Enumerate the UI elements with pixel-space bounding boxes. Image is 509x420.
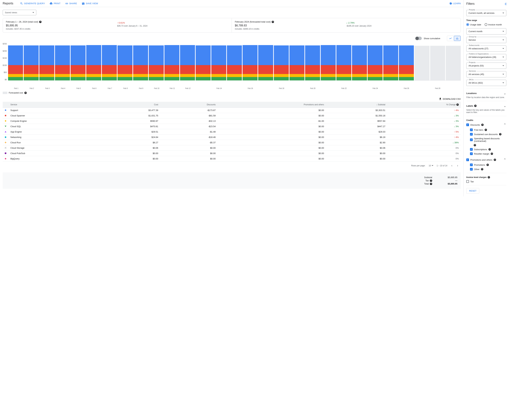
help-icon[interactable]: ? [24, 92, 27, 94]
chart-bar[interactable] [352, 43, 367, 80]
chart-bar[interactable] [383, 43, 398, 80]
discounts-group-toggle[interactable]: Discounts ? ⌃ [466, 123, 506, 127]
invoice-month-radio[interactable]: Invoice month [485, 23, 502, 26]
chart-bar[interactable] [196, 43, 211, 80]
saved-views-select[interactable]: Saved views [3, 10, 36, 15]
chart-bar[interactable] [243, 43, 258, 80]
help-icon[interactable]: ? [488, 148, 491, 150]
next-page-button[interactable]: › [456, 163, 459, 168]
table-header[interactable]: ↓ Subtotal [326, 102, 387, 108]
collapse-filters-button[interactable]: ›| [505, 2, 506, 5]
chart-bar[interactable] [102, 43, 117, 80]
chart-bar[interactable] [71, 43, 86, 80]
promotions-checkbox[interactable] [470, 164, 473, 166]
chart-bar[interactable] [446, 43, 461, 80]
chart-bar[interactable] [258, 43, 273, 80]
help-icon[interactable]: ? [494, 159, 496, 161]
download-csv-button[interactable]: DOWNLOAD CSV [439, 98, 461, 100]
table-row[interactable]: Networking$24.64-$18.46$0.00$6.18↑ 4% [3, 135, 461, 140]
subscriptions-checkbox[interactable] [470, 148, 473, 151]
chart-bar[interactable] [336, 43, 351, 80]
rows-per-page-select[interactable]: 10 [429, 165, 433, 167]
help-icon[interactable]: ? [491, 153, 493, 155]
help-icon[interactable]: ? [485, 129, 487, 131]
services-select[interactable]: Services All services (45) [466, 71, 506, 77]
chart-bar[interactable] [118, 43, 133, 80]
table-row[interactable]: Cloud SQL$470.81-$23.54$0.00$447.27↓ 3% [3, 124, 461, 129]
share-button[interactable]: SHARE [65, 2, 77, 5]
prev-page-button[interactable]: ‹ [451, 163, 453, 168]
line-chart-button[interactable] [447, 36, 454, 41]
help-icon[interactable]: ? [474, 144, 476, 146]
chart-bar[interactable] [211, 43, 226, 80]
table-row[interactable]: Cloud Pub/Sub$0.00$0.00$0.00$0.000% [3, 151, 461, 156]
table-row[interactable]: Cloud Spanner$1,631.75-$81.59$0.00$1,550… [3, 113, 461, 118]
sustained-checkbox[interactable] [470, 133, 473, 135]
chart-bar[interactable] [227, 43, 242, 80]
table-header[interactable]: Cost [99, 102, 160, 108]
chart-bar[interactable] [289, 43, 304, 80]
generate-query-button[interactable]: GENERATE QUERY [20, 2, 45, 5]
presets-select[interactable]: Presets Current month, all services [466, 10, 506, 16]
chart-bar[interactable] [39, 43, 54, 80]
help-icon[interactable]: ? [474, 105, 477, 107]
help-icon[interactable]: ? [272, 21, 274, 23]
usage-date-radio[interactable]: Usage date [466, 23, 481, 26]
table-row[interactable]: Cloud Storage$0.06$0.00$0.00$0.060% [3, 145, 461, 151]
time-range-select[interactable]: Current month [466, 28, 506, 35]
free-tiers-checkbox[interactable] [470, 128, 473, 131]
labels-section-toggle[interactable]: Labels ? ⌄ [466, 104, 506, 108]
table-header[interactable]: Promotions and others [218, 102, 326, 108]
table-row[interactable]: Cloud Run$8.27-$5.37$0.00$2.90↓ 38% [3, 140, 461, 145]
skus-select[interactable]: SKUs All SKUs (402) [466, 80, 506, 86]
chart-bar[interactable] [321, 43, 336, 80]
help-icon[interactable]: ? [499, 133, 502, 135]
chart-bar[interactable] [133, 43, 148, 80]
table-header[interactable]: % Change ? [387, 102, 461, 108]
help-icon[interactable]: ? [430, 180, 432, 182]
chart-bar[interactable] [305, 43, 320, 80]
table-row[interactable]: Compute Engine$590.97-$32.13-$1.00$557.8… [3, 118, 461, 124]
table-header[interactable] [3, 102, 8, 108]
table-header[interactable]: Discounts [160, 102, 218, 108]
chart-bar[interactable] [149, 43, 164, 80]
chart-bar[interactable] [8, 43, 23, 80]
cumulative-toggle[interactable] [416, 37, 422, 40]
help-icon[interactable]: ? [487, 164, 489, 166]
help-icon[interactable]: ? [430, 183, 432, 185]
locations-section-toggle[interactable]: Locations ⌄ [466, 91, 506, 95]
folders-select[interactable]: Folders & Organizations All folders/orga… [466, 54, 506, 60]
chart-bar[interactable] [55, 43, 70, 80]
reset-button[interactable]: RESET [466, 188, 479, 194]
promos-group-toggle[interactable]: Promotions and others ? ⌃ [466, 158, 506, 162]
spending-checkbox[interactable] [470, 138, 473, 141]
learn-button[interactable]: LEARN [449, 2, 461, 5]
table-row[interactable]: Support$3,477.39-$173.87$0.00$3,303.51↑ … [3, 108, 461, 113]
chart-bar[interactable] [399, 43, 414, 80]
other-checkbox[interactable] [470, 168, 473, 171]
chart-bar[interactable] [368, 43, 383, 80]
help-icon[interactable]: ? [488, 176, 490, 179]
table-header[interactable]: Service [8, 102, 99, 108]
chart-bar[interactable] [430, 43, 445, 80]
help-icon[interactable]: ? [481, 124, 484, 126]
chart-bar[interactable] [164, 43, 179, 80]
table-row[interactable]: BigQuery$0.00$0.00$0.00$0.000% [3, 156, 461, 161]
save-view-button[interactable]: SAVE VIEW [82, 2, 98, 5]
discounts-checkbox[interactable] [466, 123, 469, 126]
subaccounts-select[interactable]: Subaccounts All subaccounts (27) [466, 45, 506, 52]
chart-bar[interactable] [24, 43, 39, 80]
tax-checkbox[interactable] [466, 180, 469, 183]
help-icon[interactable]: ? [481, 168, 483, 170]
chart-bar[interactable] [86, 43, 101, 80]
reseller-checkbox[interactable] [470, 152, 473, 155]
chart-bar[interactable] [180, 43, 195, 80]
print-button[interactable]: PRINT [50, 2, 60, 5]
chart-bar[interactable] [274, 43, 289, 80]
help-icon[interactable]: ? [456, 104, 459, 106]
chart-bar[interactable] [414, 43, 429, 80]
projects-select[interactable]: Projects All projects (53) [466, 63, 506, 69]
group-by-select[interactable]: Group by Service [466, 37, 506, 43]
bar-chart-button[interactable] [454, 36, 461, 41]
help-icon[interactable]: ? [39, 21, 42, 23]
